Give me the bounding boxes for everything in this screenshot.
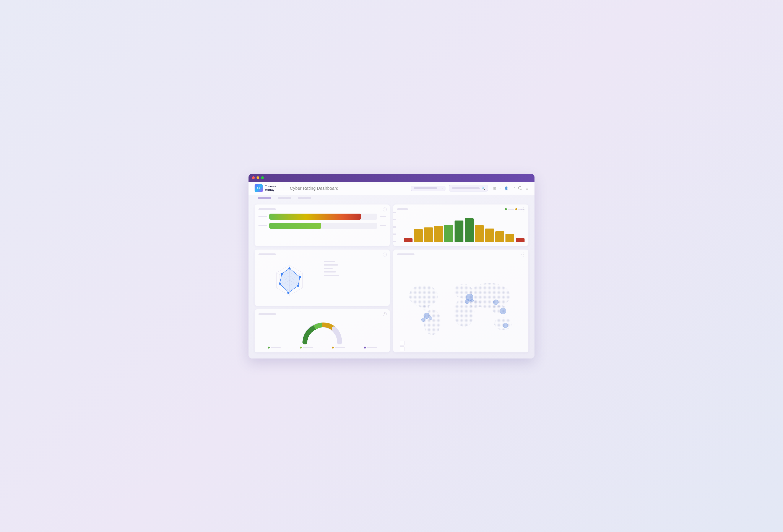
radar-label-text-5: [324, 275, 339, 276]
title-bar: [249, 174, 534, 182]
radar-label-1: [324, 261, 386, 262]
bar-1: [404, 238, 412, 242]
svg-point-32: [503, 323, 508, 327]
map-card-help[interactable]: ?: [522, 253, 525, 256]
map-card-title: [397, 253, 414, 255]
bar-value-1: [380, 216, 386, 217]
bar-col-4: [434, 226, 443, 242]
y-label-3: [393, 226, 396, 228]
bar-8: [475, 225, 484, 242]
gauge-card-title: [258, 313, 276, 315]
bar-chart-area-wrapper: [397, 212, 525, 242]
radar-chart: [258, 259, 320, 302]
search-bar[interactable]: 🔍: [449, 185, 488, 191]
bar-fill-2: [269, 223, 321, 229]
legend-dot-med: [515, 208, 517, 210]
bar-col-2: [414, 229, 423, 242]
svg-point-29: [470, 299, 474, 302]
entity-dropdown[interactable]: ▾: [411, 186, 445, 191]
user-icon[interactable]: 👤: [504, 186, 508, 190]
bar-10: [495, 231, 504, 242]
gauge-legend-item-2: [300, 347, 313, 348]
shield-icon[interactable]: 🛡: [511, 186, 515, 190]
svg-point-25: [421, 318, 425, 322]
page-title: Cyber Rating Dashboard: [290, 186, 339, 191]
score-card-help[interactable]: ?: [383, 208, 387, 211]
bar-label-1: [258, 216, 267, 217]
radar-label-text-1: [324, 261, 335, 262]
radar-labels: [324, 259, 386, 276]
bar-col-12: [515, 238, 525, 242]
logo-icon: [255, 184, 263, 192]
radar-content: [258, 259, 386, 302]
radar-card: ?: [255, 250, 390, 306]
bar-col-7: [465, 218, 474, 242]
bar-track-1: [269, 214, 377, 220]
gauge-dot-2: [300, 347, 302, 348]
tab-item-2[interactable]: [275, 195, 294, 201]
tab-bar: [249, 195, 534, 201]
radar-label-text-4: [324, 271, 336, 273]
bar-track-2: [269, 223, 377, 229]
gauge-card-help[interactable]: ?: [383, 312, 387, 316]
gauge-container: [258, 318, 386, 344]
gauge-legend-item-4: [364, 347, 377, 348]
svg-point-16: [420, 304, 430, 310]
bar-col-10: [495, 231, 504, 242]
grid-icon[interactable]: ⊞: [493, 186, 496, 190]
bar-7: [465, 218, 474, 242]
svg-point-8: [288, 267, 290, 270]
score-bar-row-2: [258, 223, 386, 229]
y-label-1: [393, 212, 396, 213]
traffic-light-red[interactable]: [252, 176, 255, 179]
logo-area: Thomas Murray: [255, 184, 276, 192]
bar-fill-1: [269, 214, 361, 220]
bar-chart-help[interactable]: ?: [522, 208, 525, 211]
traffic-light-yellow[interactable]: [256, 176, 259, 179]
map-zoom-in-btn[interactable]: +: [400, 346, 405, 351]
score-card: ?: [255, 205, 390, 246]
traffic-light-green[interactable]: [261, 176, 264, 179]
gauge-dot-1: [268, 347, 270, 348]
bar-6: [455, 220, 463, 242]
gauge-card: ?: [255, 309, 390, 352]
radar-label-text-2: [324, 264, 338, 265]
tab-item-3[interactable]: [294, 195, 314, 201]
gauge-legend: [258, 347, 386, 348]
bar-4: [434, 226, 443, 242]
svg-point-22: [494, 317, 512, 330]
svg-point-24: [424, 313, 430, 318]
svg-point-9: [299, 276, 301, 278]
svg-point-15: [409, 285, 438, 307]
bar-chart-title: [397, 208, 408, 210]
svg-point-13: [281, 273, 283, 275]
chevron-down-icon: ▾: [442, 187, 443, 190]
search-icon[interactable]: ⌕: [499, 186, 501, 190]
radar-label-5: [324, 275, 386, 276]
gauge-label-4: [367, 347, 377, 348]
bar-col-6: [455, 220, 463, 242]
browser-window: Thomas Murray Cyber Rating Dashboard ▾ 🔍…: [249, 174, 534, 358]
menu-icon[interactable]: ☰: [525, 186, 528, 190]
svg-marker-7: [280, 269, 300, 293]
world-map-container: − +: [397, 259, 525, 352]
radar-label-3: [324, 268, 386, 269]
y-labels: [393, 212, 396, 242]
bar-col-5: [444, 225, 453, 242]
svg-point-12: [279, 282, 281, 285]
y-label-5: [393, 241, 396, 242]
legend-item-good: [505, 208, 514, 210]
legend-label-good: [508, 209, 514, 210]
radar-card-help[interactable]: ?: [383, 253, 387, 256]
bar-5: [444, 225, 453, 242]
bar-col-11: [505, 234, 514, 242]
chat-icon[interactable]: 💬: [518, 186, 522, 190]
tab-item-1[interactable]: [255, 195, 275, 201]
bar-value-2: [380, 225, 386, 226]
bar-col-3: [424, 227, 433, 242]
bar-12: [515, 238, 525, 242]
gauge-dot-3: [332, 347, 334, 348]
y-label-4: [393, 233, 396, 235]
gauge-label-1: [271, 347, 281, 348]
map-zoom-out-btn[interactable]: −: [400, 341, 405, 345]
